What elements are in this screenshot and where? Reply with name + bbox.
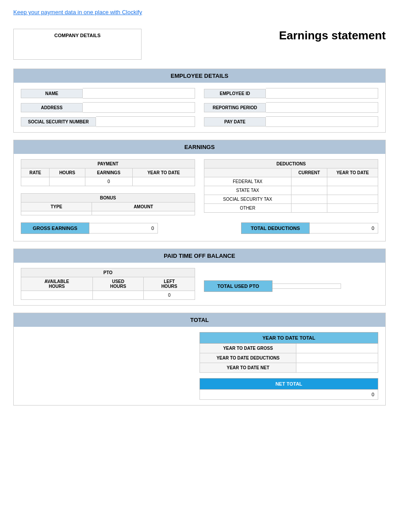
employee-col-right: EMPLOYEE ID REPORTING PERIOD PAY DATE bbox=[204, 88, 378, 127]
clockify-link[interactable]: Keep your payment data in one place with… bbox=[13, 9, 386, 15]
payment-col-earnings: EARNINGS bbox=[85, 168, 132, 177]
ytd-row-deductions: YEAR TO DATE DEDUCTIONS bbox=[200, 353, 378, 363]
gross-earnings-total: GROSS EARNINGS 0 bbox=[21, 222, 158, 234]
name-label: NAME bbox=[21, 89, 83, 98]
deduction-social-security: SOCIAL SECURITY TAX bbox=[204, 195, 378, 204]
earnings-left: PAYMENT RATE HOURS EARNINGS YEAR TO DATE… bbox=[21, 159, 195, 215]
payment-hours[interactable] bbox=[50, 177, 85, 186]
ytd-net-label: YEAR TO DATE NET bbox=[200, 363, 296, 372]
payment-col-hours: HOURS bbox=[50, 168, 85, 177]
ytd-net-value[interactable] bbox=[296, 363, 378, 372]
header-section: COMPANY DETAILS Earnings statement bbox=[13, 29, 386, 60]
total-deductions-value[interactable]: 0 bbox=[310, 223, 378, 233]
state-tax-current[interactable] bbox=[291, 186, 327, 195]
reporting-period-value[interactable] bbox=[266, 102, 378, 113]
field-pay-date: PAY DATE bbox=[204, 116, 378, 127]
total-used-pto-label: TOTAL USED PTO bbox=[204, 280, 272, 292]
employee-details-section: EMPLOYEE DETAILS NAME ADDRESS SOCIAL SEC… bbox=[13, 69, 386, 133]
deductions-table: DEDUCTIONS CURRENT YEAR TO DATE FEDERAL … bbox=[204, 159, 378, 213]
ytd-deductions-value[interactable] bbox=[296, 353, 378, 363]
federal-tax-ytd[interactable] bbox=[327, 177, 378, 186]
earnings-header: EARNINGS bbox=[14, 140, 385, 154]
bonus-type[interactable] bbox=[21, 211, 92, 215]
address-value[interactable] bbox=[83, 102, 195, 113]
field-reporting-period: REPORTING PERIOD bbox=[204, 102, 378, 113]
total-section: TOTAL YEAR TO DATE TOTAL YEAR TO DATE GR… bbox=[13, 313, 386, 406]
employee-details-header: EMPLOYEE DETAILS bbox=[14, 69, 385, 83]
field-address: ADDRESS bbox=[21, 102, 195, 113]
bonus-col-type: TYPE bbox=[21, 203, 92, 211]
payment-col-rate: RATE bbox=[21, 168, 50, 177]
earnings-content: PAYMENT RATE HOURS EARNINGS YEAR TO DATE… bbox=[14, 154, 385, 221]
pto-col-left: LEFTHOURS bbox=[144, 277, 195, 291]
bonus-header: BONUS bbox=[21, 194, 195, 203]
pto-header: PAID TIME OFF BALANCE bbox=[14, 249, 385, 263]
total-used-pto: TOTAL USED PTO bbox=[204, 280, 341, 292]
net-total-value[interactable]: 0 bbox=[200, 390, 378, 400]
pto-table: PTO AVAILABLEHOURS USEDHOURS LEFTHOURS 0 bbox=[21, 268, 195, 300]
ssn-value[interactable] bbox=[96, 116, 195, 127]
payment-earnings[interactable]: 0 bbox=[85, 177, 132, 186]
total-right: YEAR TO DATE TOTAL YEAR TO DATE GROSS YE… bbox=[200, 332, 378, 400]
company-label: COMPANY DETAILS bbox=[54, 33, 101, 38]
gross-earnings-value[interactable]: 0 bbox=[89, 223, 158, 233]
bonus-col-amount: AMOUNT bbox=[92, 203, 195, 211]
pay-date-value[interactable] bbox=[266, 116, 378, 127]
pto-content: PTO AVAILABLEHOURS USEDHOURS LEFTHOURS 0 bbox=[14, 263, 385, 305]
pto-row: 0 bbox=[21, 291, 195, 300]
total-deductions-label: TOTAL DEDUCTIONS bbox=[241, 222, 310, 234]
state-tax-ytd[interactable] bbox=[327, 186, 378, 195]
state-tax-label: STATE TAX bbox=[204, 186, 292, 195]
reporting-period-label: REPORTING PERIOD bbox=[204, 103, 266, 112]
other-current[interactable] bbox=[291, 204, 327, 213]
pto-table-header: PTO bbox=[21, 268, 195, 277]
other-ytd[interactable] bbox=[327, 204, 378, 213]
payment-col-ytd: YEAR TO DATE bbox=[132, 168, 195, 177]
deductions-header: DEDUCTIONS bbox=[204, 160, 378, 168]
employee-details-grid: NAME ADDRESS SOCIAL SECURITY NUMBER EMPL… bbox=[14, 83, 385, 132]
earnings-totals-row: GROSS EARNINGS 0 TOTAL DEDUCTIONS 0 bbox=[14, 221, 385, 241]
social-security-ytd[interactable] bbox=[327, 195, 378, 204]
federal-tax-current[interactable] bbox=[291, 177, 327, 186]
employee-id-label: EMPLOYEE ID bbox=[204, 89, 266, 98]
pto-left[interactable]: 0 bbox=[144, 291, 195, 300]
ytd-table-wrapper: YEAR TO DATE TOTAL YEAR TO DATE GROSS YE… bbox=[200, 332, 378, 373]
other-label: OTHER bbox=[204, 204, 292, 213]
company-details-box: COMPANY DETAILS bbox=[13, 29, 142, 60]
pto-used[interactable] bbox=[92, 291, 144, 300]
gross-earnings-label: GROSS EARNINGS bbox=[21, 222, 89, 234]
deductions-col-current: CURRENT bbox=[291, 168, 327, 177]
field-name: NAME bbox=[21, 88, 195, 99]
employee-id-value[interactable] bbox=[266, 88, 378, 99]
total-used-pto-value[interactable] bbox=[272, 283, 341, 289]
field-ssn: SOCIAL SECURITY NUMBER bbox=[21, 116, 195, 127]
ytd-row-gross: YEAR TO DATE GROSS bbox=[200, 344, 378, 353]
payment-ytd[interactable] bbox=[132, 177, 195, 186]
deduction-federal-tax: FEDERAL TAX bbox=[204, 177, 378, 186]
deduction-state-tax: STATE TAX bbox=[204, 186, 378, 195]
bonus-section: BONUS TYPE AMOUNT bbox=[21, 193, 195, 215]
total-content: YEAR TO DATE TOTAL YEAR TO DATE GROSS YE… bbox=[14, 327, 385, 405]
pto-col-available: AVAILABLEHOURS bbox=[21, 277, 93, 291]
social-security-current[interactable] bbox=[291, 195, 327, 204]
net-total-label: NET TOTAL bbox=[200, 378, 378, 390]
page-title: Earnings statement bbox=[279, 29, 386, 42]
employee-col-left: NAME ADDRESS SOCIAL SECURITY NUMBER bbox=[21, 88, 195, 127]
bonus-row bbox=[21, 211, 195, 215]
name-value[interactable] bbox=[83, 88, 195, 99]
deductions-col-label bbox=[204, 168, 292, 177]
pto-col-used: USEDHOURS bbox=[92, 277, 144, 291]
pto-available[interactable] bbox=[21, 291, 93, 300]
total-deductions-total: TOTAL DEDUCTIONS 0 bbox=[241, 222, 378, 234]
ytd-row-net: YEAR TO DATE NET bbox=[200, 363, 378, 373]
pto-right: TOTAL USED PTO bbox=[204, 280, 378, 292]
earnings-section: EARNINGS PAYMENT RATE HOURS EARNINGS YEA… bbox=[13, 140, 386, 241]
total-left bbox=[21, 332, 200, 400]
ytd-gross-value[interactable] bbox=[296, 344, 378, 353]
bonus-amount[interactable] bbox=[92, 211, 195, 215]
federal-tax-label: FEDERAL TAX bbox=[204, 177, 292, 186]
payment-header: PAYMENT bbox=[21, 160, 195, 168]
payment-rate[interactable] bbox=[21, 177, 50, 186]
total-header: TOTAL bbox=[14, 313, 385, 327]
net-total-wrapper: NET TOTAL 0 bbox=[200, 378, 378, 400]
